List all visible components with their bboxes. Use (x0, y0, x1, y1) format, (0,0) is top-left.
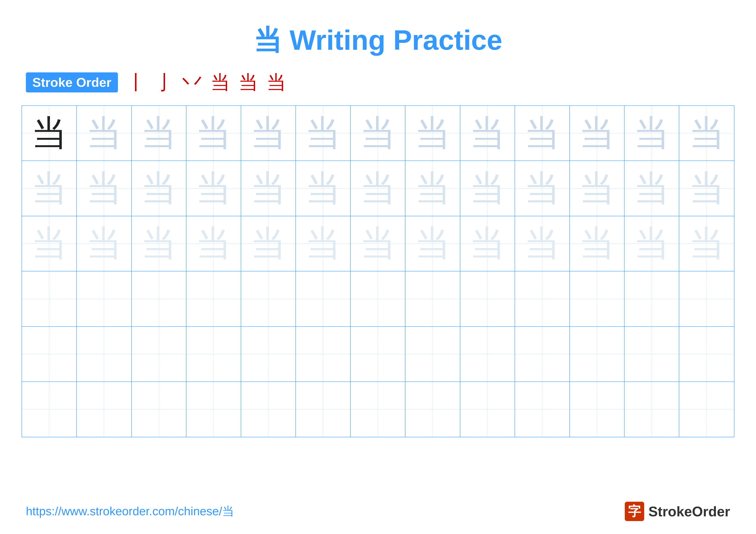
grid-cell[interactable]: 当 (570, 161, 625, 216)
grid-cell[interactable] (22, 327, 77, 381)
practice-char: 当 (689, 226, 724, 261)
grid-cell[interactable] (625, 382, 679, 437)
grid-cell[interactable] (296, 382, 351, 437)
grid-cell[interactable]: 当 (679, 106, 734, 161)
grid-cell[interactable] (405, 271, 460, 326)
practice-grid: 当 当 当 当 当 当 当 当 当 当 当 当 当 当 当 当 当 当 当 当 … (21, 105, 735, 437)
grid-cell[interactable] (460, 327, 515, 381)
grid-cell[interactable] (679, 271, 734, 326)
grid-cell[interactable] (570, 327, 625, 381)
grid-row-2: 当 当 当 当 当 当 当 当 当 当 当 当 当 (22, 161, 734, 216)
grid-cell[interactable]: 当 (296, 106, 351, 161)
practice-char: 当 (634, 171, 669, 206)
practice-char: 当 (196, 226, 231, 261)
grid-cell[interactable]: 当 (405, 161, 460, 216)
grid-cell[interactable] (22, 382, 77, 437)
grid-cell[interactable]: 当 (405, 106, 460, 161)
grid-cell[interactable]: 当 (22, 106, 77, 161)
practice-char: 当 (579, 115, 615, 151)
grid-cell[interactable] (296, 271, 351, 326)
grid-cell[interactable]: 当 (131, 106, 186, 161)
stroke-step-3: 丷 (182, 73, 202, 92)
grid-cell[interactable]: 当 (460, 106, 515, 161)
grid-cell[interactable] (241, 382, 296, 437)
practice-char: 当 (689, 171, 724, 206)
grid-cell[interactable] (77, 271, 131, 326)
grid-cell[interactable]: 当 (22, 161, 77, 216)
grid-cell[interactable] (351, 271, 405, 326)
footer-url[interactable]: https://www.strokeorder.com/chinese/当 (26, 503, 234, 519)
grid-cell[interactable] (186, 271, 241, 326)
grid-cell[interactable]: 当 (77, 161, 131, 216)
grid-cell[interactable] (22, 271, 77, 326)
grid-cell[interactable] (625, 327, 679, 381)
grid-cell[interactable] (131, 382, 186, 437)
grid-cell[interactable] (351, 382, 405, 437)
grid-cell[interactable]: 当 (515, 216, 570, 271)
grid-cell[interactable]: 当 (679, 161, 734, 216)
grid-cell[interactable]: 当 (625, 161, 679, 216)
grid-cell[interactable]: 当 (131, 161, 186, 216)
grid-cell[interactable] (460, 382, 515, 437)
practice-char: 当 (196, 115, 231, 151)
grid-cell[interactable]: 当 (186, 106, 241, 161)
practice-char: 当 (251, 171, 286, 206)
grid-cell[interactable] (515, 382, 570, 437)
grid-cell[interactable]: 当 (241, 216, 296, 271)
grid-cell[interactable] (570, 271, 625, 326)
grid-cell[interactable]: 当 (22, 216, 77, 271)
grid-cell[interactable] (77, 327, 131, 381)
grid-cell[interactable] (351, 327, 405, 381)
grid-cell[interactable] (515, 327, 570, 381)
practice-char: 当 (32, 115, 67, 151)
grid-cell[interactable] (131, 327, 186, 381)
grid-cell[interactable]: 当 (460, 161, 515, 216)
grid-cell[interactable] (77, 382, 131, 437)
practice-char: 当 (634, 115, 669, 151)
grid-cell[interactable]: 当 (570, 216, 625, 271)
grid-cell[interactable]: 当 (131, 216, 186, 271)
grid-cell[interactable] (679, 327, 734, 381)
grid-cell[interactable] (186, 327, 241, 381)
stroke-step-5: 当 (239, 73, 258, 92)
grid-cell[interactable]: 当 (186, 216, 241, 271)
title-character: 当 (254, 24, 282, 56)
grid-cell[interactable]: 当 (515, 161, 570, 216)
grid-cell[interactable]: 当 (186, 161, 241, 216)
grid-cell[interactable] (625, 271, 679, 326)
grid-cell[interactable]: 当 (625, 216, 679, 271)
stroke-step-6: 当 (267, 73, 286, 92)
grid-cell[interactable] (679, 382, 734, 437)
grid-cell[interactable]: 当 (351, 216, 405, 271)
grid-cell[interactable]: 当 (351, 106, 405, 161)
practice-char: 当 (141, 226, 176, 261)
grid-cell[interactable] (186, 382, 241, 437)
grid-cell[interactable]: 当 (296, 216, 351, 271)
practice-char: 当 (470, 226, 505, 261)
grid-cell[interactable]: 当 (460, 216, 515, 271)
grid-cell[interactable] (515, 271, 570, 326)
practice-char: 当 (579, 226, 615, 261)
grid-cell[interactable] (405, 327, 460, 381)
practice-char: 当 (524, 115, 560, 151)
grid-cell[interactable]: 当 (77, 216, 131, 271)
grid-cell[interactable] (241, 271, 296, 326)
grid-cell[interactable]: 当 (515, 106, 570, 161)
practice-char: 当 (470, 171, 505, 206)
grid-cell[interactable] (405, 382, 460, 437)
grid-cell[interactable]: 当 (241, 161, 296, 216)
grid-cell[interactable]: 当 (405, 216, 460, 271)
grid-cell[interactable]: 当 (77, 106, 131, 161)
grid-cell[interactable] (241, 327, 296, 381)
grid-cell[interactable]: 当 (351, 161, 405, 216)
grid-cell[interactable] (296, 327, 351, 381)
grid-cell[interactable]: 当 (241, 106, 296, 161)
grid-cell[interactable]: 当 (625, 106, 679, 161)
grid-cell[interactable]: 当 (570, 106, 625, 161)
grid-cell[interactable] (131, 271, 186, 326)
practice-char: 当 (305, 226, 341, 261)
grid-cell[interactable] (570, 382, 625, 437)
grid-cell[interactable]: 当 (296, 161, 351, 216)
grid-cell[interactable] (460, 271, 515, 326)
grid-cell[interactable]: 当 (679, 216, 734, 271)
